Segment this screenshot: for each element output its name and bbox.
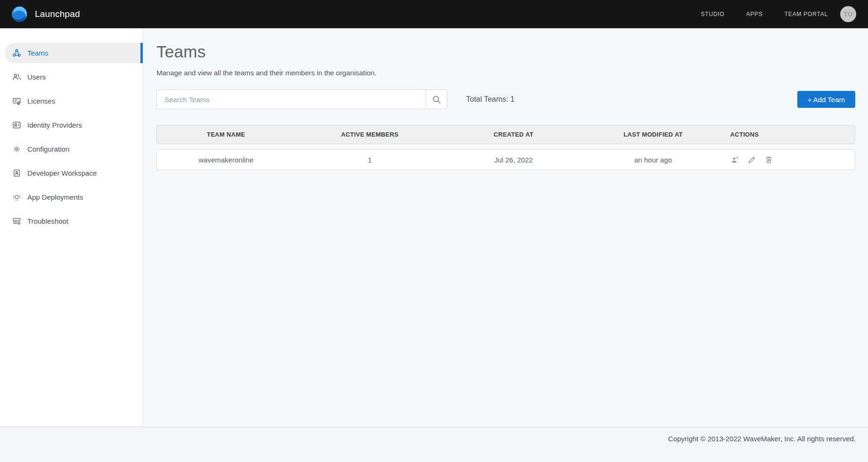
delete-icon[interactable] [764, 155, 773, 164]
nav-team-portal[interactable]: TEAM PORTAL [785, 11, 828, 17]
licenses-icon [12, 97, 21, 105]
copyright-text: Copyright © 2013-2022 WaveMaker, Inc. Al… [668, 435, 856, 443]
search-icon [432, 95, 442, 105]
column-header-active-members: ACTIVE MEMBERS [295, 131, 444, 138]
column-header-last-modified-at: LAST MODIFIED AT [582, 131, 723, 138]
users-icon [12, 73, 21, 81]
cell-created-at: Jul 26, 2022 [444, 156, 582, 164]
teams-table: TEAM NAME ACTIVE MEMBERS CREATED AT LAST… [156, 125, 855, 170]
search-button[interactable] [426, 89, 447, 109]
app-title: Launchpad [35, 9, 80, 19]
cell-actions [724, 155, 855, 164]
sidebar-item-label: App Deployments [27, 193, 83, 201]
page-title: Teams [156, 42, 855, 61]
teams-icon [12, 49, 21, 57]
sidebar-item-label: Developer Workspace [27, 169, 97, 177]
sidebar-item-label: Configuration [27, 145, 69, 153]
sidebar-item-label: Users [27, 73, 46, 81]
user-avatar[interactable]: TU [840, 6, 856, 22]
column-header-created-at: CREATED AT [444, 131, 582, 138]
top-navigation: STUDIO APPS TEAM PORTAL [701, 11, 828, 17]
list-controls: Total Teams: 1 + Add Team [156, 89, 855, 109]
edit-icon[interactable] [747, 155, 756, 164]
top-header: Launchpad STUDIO APPS TEAM PORTAL TU [0, 0, 868, 28]
main-content: Teams Manage and view all the teams and … [143, 28, 868, 427]
configuration-icon [12, 145, 21, 154]
column-header-team-name: TEAM NAME [157, 131, 295, 138]
nav-apps[interactable]: APPS [746, 11, 762, 17]
sidebar-item-label: Identity Providers [27, 121, 82, 129]
table-row[interactable]: wavemakeronline 1 Jul 26, 2022 an hour a… [156, 149, 855, 170]
total-teams-label: Total Teams: 1 [466, 95, 515, 104]
sidebar: Teams Users Licenses [0, 28, 143, 427]
sidebar-item-app-deployments[interactable]: App Deployments [5, 187, 143, 207]
developer-workspace-icon [12, 169, 21, 178]
sidebar-item-label: Teams [27, 49, 48, 57]
footer: Copyright © 2013-2022 WaveMaker, Inc. Al… [0, 427, 868, 462]
search-group [156, 89, 447, 109]
nav-studio[interactable]: STUDIO [701, 11, 724, 17]
troubleshoot-icon [12, 217, 21, 226]
sidebar-item-label: Troubleshoot [27, 217, 68, 225]
search-input[interactable] [156, 89, 426, 109]
table-header-row: TEAM NAME ACTIVE MEMBERS CREATED AT LAST… [156, 125, 855, 144]
add-member-icon[interactable] [730, 155, 739, 164]
sidebar-item-developer-workspace[interactable]: Developer Workspace [5, 163, 143, 183]
wavemaker-logo-icon [10, 5, 28, 23]
sidebar-item-label: Licenses [27, 97, 55, 105]
sidebar-item-users[interactable]: Users [5, 67, 143, 87]
sidebar-item-licenses[interactable]: Licenses [5, 91, 143, 111]
page-subtitle: Manage and view all the teams and their … [156, 69, 855, 77]
sidebar-item-identity-providers[interactable]: Identity Providers [5, 115, 143, 135]
sidebar-item-teams[interactable]: Teams [5, 43, 143, 63]
sidebar-item-troubleshoot[interactable]: Troubleshoot [5, 211, 143, 231]
identity-providers-icon [12, 121, 21, 130]
cell-active-members: 1 [295, 156, 444, 164]
cell-last-modified-at: an hour ago [582, 156, 723, 164]
column-header-actions: ACTIONS [724, 131, 855, 138]
sidebar-item-configuration[interactable]: Configuration [5, 139, 143, 159]
app-deployments-icon [12, 193, 21, 202]
content-row: Teams Users Licenses [0, 28, 868, 427]
cell-team-name: wavemakeronline [157, 156, 295, 164]
add-team-button[interactable]: + Add Team [797, 91, 855, 108]
